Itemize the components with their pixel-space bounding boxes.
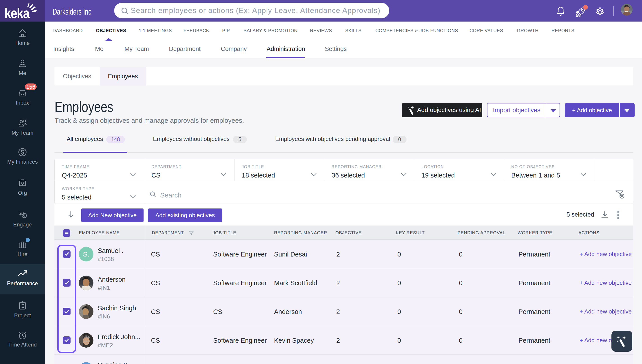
svg-text:keka: keka <box>5 5 30 21</box>
